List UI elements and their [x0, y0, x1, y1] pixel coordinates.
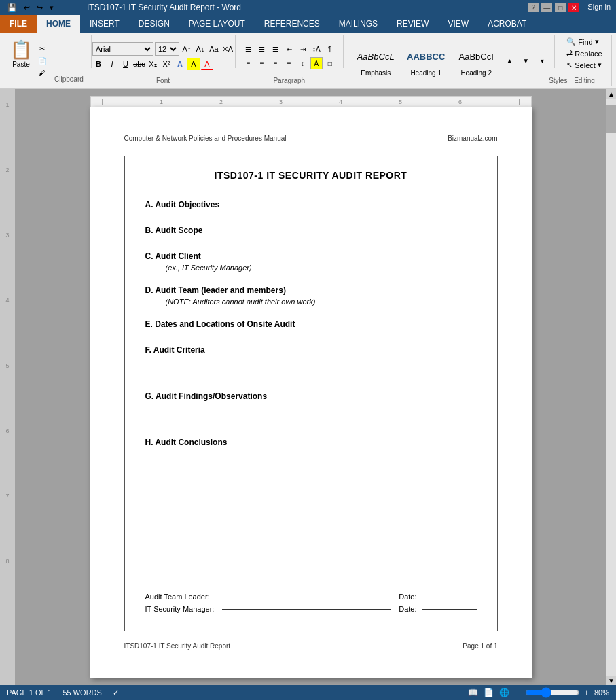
section-d-heading: D. Audit Team (leader and members): [145, 285, 477, 295]
view-web-btn[interactable]: 🌐: [499, 688, 509, 697]
window-controls: ? — □ ✕ Sign in: [528, 3, 611, 12]
text-highlight-btn[interactable]: A: [187, 58, 200, 70]
sig-blank-1: [218, 597, 391, 597]
styles-scroll-down-btn[interactable]: ▼: [519, 56, 532, 65]
undo-quick-btn[interactable]: ↩: [22, 3, 32, 13]
font-color-btn[interactable]: A: [201, 58, 213, 70]
tab-page-layout[interactable]: PAGE LAYOUT: [179, 15, 255, 33]
shrink-font-btn[interactable]: A↓: [194, 43, 206, 55]
view-print-btn[interactable]: 📄: [484, 688, 494, 697]
tab-acrobat[interactable]: ACROBAT: [478, 15, 536, 33]
grow-font-btn[interactable]: A↑: [181, 43, 193, 55]
tab-home[interactable]: HOME: [37, 15, 80, 33]
sort-btn[interactable]: ↕A: [310, 43, 323, 55]
ruler-6: 6: [0, 427, 15, 493]
justify-btn[interactable]: ≡: [283, 57, 295, 69]
tab-mailings[interactable]: MAILINGS: [329, 15, 387, 33]
bold-btn[interactable]: B: [92, 58, 105, 70]
center-btn[interactable]: ≡: [256, 57, 268, 69]
ruler-5: 5: [0, 362, 15, 427]
find-btn[interactable]: 🔍 Find ▾: [565, 37, 603, 47]
footer-right: Page 1 of 1: [463, 642, 497, 650]
numbering-btn[interactable]: ☰: [256, 43, 268, 55]
font-family-select[interactable]: Arial: [92, 42, 153, 56]
multilevel-btn[interactable]: ☰: [270, 43, 282, 55]
section-a: A. Audit Objectives: [145, 200, 477, 212]
change-case-btn[interactable]: Aa: [208, 43, 220, 55]
save-quick-btn[interactable]: 💾: [5, 3, 19, 13]
editing-label: Editing: [574, 75, 595, 84]
shading-btn[interactable]: A: [310, 57, 323, 69]
align-right-btn[interactable]: ≡: [270, 57, 282, 69]
font-row-2: B I U abc X₂ X² A A A: [92, 58, 213, 70]
minimize-btn[interactable]: —: [541, 3, 552, 12]
paste-button[interactable]: 📋 Paste: [10, 37, 33, 71]
scroll-down-btn[interactable]: ▼: [606, 676, 616, 685]
close-btn[interactable]: ✕: [568, 3, 579, 12]
tab-design[interactable]: DESIGN: [129, 15, 179, 33]
help-btn[interactable]: ?: [528, 3, 539, 12]
section-h-heading: H. Audit Conclusions: [145, 438, 477, 447]
select-btn[interactable]: ↖ Select ▾: [565, 60, 603, 70]
proofing-icon[interactable]: ✓: [113, 688, 119, 697]
align-left-btn[interactable]: ≡: [242, 57, 255, 69]
style-emphasis[interactable]: AaBbCcL Emphasis: [352, 43, 399, 79]
subscript-btn[interactable]: X₂: [147, 58, 159, 70]
ruler-4: 4: [0, 297, 15, 362]
zoom-level[interactable]: 80%: [594, 688, 609, 697]
tab-insert[interactable]: INSERT: [80, 15, 129, 33]
redo-quick-btn[interactable]: ↪: [35, 3, 45, 13]
section-f-heading: F. Audit Criteria: [145, 345, 477, 355]
zoom-plus[interactable]: +: [585, 688, 589, 697]
bullets-btn[interactable]: ☰: [242, 43, 255, 55]
underline-btn[interactable]: U: [120, 58, 132, 70]
restore-btn[interactable]: □: [555, 3, 566, 12]
section-d-note: (NOTE: Auditors cannot audit their own w…: [166, 298, 477, 306]
more-quick-btn[interactable]: ▾: [48, 3, 56, 13]
clipboard-group: 📋 Paste ✂ 📄 🖌 Clipboard: [4, 35, 88, 86]
strikethrough-btn[interactable]: abc: [133, 58, 145, 70]
copy-button[interactable]: 📄: [35, 55, 49, 66]
sig-line-2-label: IT Security Manager:: [145, 605, 215, 613]
italic-btn[interactable]: I: [106, 58, 118, 70]
document-content-area[interactable]: | 1 2 3 4 5 6 | Computer & Network Polic…: [15, 89, 606, 685]
scroll-track[interactable]: [606, 99, 616, 676]
line-spacing-btn[interactable]: ↕: [297, 57, 309, 69]
style-heading1[interactable]: AABBCC Heading 1: [402, 43, 450, 79]
ruler-7: 7: [0, 493, 15, 558]
superscript-btn[interactable]: X²: [160, 58, 173, 70]
tab-references[interactable]: REFERENCES: [255, 15, 329, 33]
tab-file[interactable]: FILE: [0, 15, 37, 33]
show-marks-btn[interactable]: ¶: [324, 43, 336, 55]
cut-button[interactable]: ✂: [35, 43, 49, 54]
zoom-slider[interactable]: [525, 687, 579, 698]
format-painter-button[interactable]: 🖌: [35, 67, 49, 78]
clear-format-btn[interactable]: ✕A: [221, 43, 234, 55]
text-effects-btn[interactable]: A: [174, 58, 186, 70]
editing-group: 🔍 Find ▾ ⇄ Replace ↖ Select ▾ Editing: [558, 35, 612, 86]
title-bar-left: 💾 ↩ ↪ ▾ ITSD107-1 IT Security Audit Repo…: [5, 3, 241, 13]
font-size-select[interactable]: 12: [155, 42, 179, 56]
styles-more-btn[interactable]: ▾: [535, 56, 549, 65]
styles-scroll-up-btn[interactable]: ▲: [503, 56, 516, 65]
style-heading2[interactable]: AaBbCcI Heading 2: [452, 43, 500, 79]
scroll-thumb[interactable]: [606, 105, 616, 133]
section-g: G. Audit Findings/Observations: [145, 391, 477, 404]
zoom-minus[interactable]: −: [515, 688, 519, 697]
tab-view[interactable]: VIEW: [438, 15, 478, 33]
title-bar: 💾 ↩ ↪ ▾ ITSD107-1 IT Security Audit Repo…: [0, 0, 616, 15]
divider-1: [91, 35, 92, 68]
view-read-btn[interactable]: 📖: [468, 688, 478, 697]
borders-btn[interactable]: □: [324, 57, 336, 69]
signin-link[interactable]: Sign in: [587, 3, 611, 12]
clipboard-label: Clipboard: [54, 75, 84, 83]
replace-btn[interactable]: ⇄ Replace: [565, 48, 603, 58]
tab-review[interactable]: REVIEW: [387, 15, 438, 33]
decrease-indent-btn[interactable]: ⇤: [283, 43, 295, 55]
increase-indent-btn[interactable]: ⇥: [297, 43, 309, 55]
header-right: Bizmanualz.com: [448, 135, 497, 142]
paragraph-label: Paragraph: [273, 75, 305, 84]
section-f: F. Audit Criteria: [145, 345, 477, 357]
right-scrollbar[interactable]: ▲ ▼: [606, 89, 616, 685]
scroll-up-btn[interactable]: ▲: [606, 89, 616, 99]
